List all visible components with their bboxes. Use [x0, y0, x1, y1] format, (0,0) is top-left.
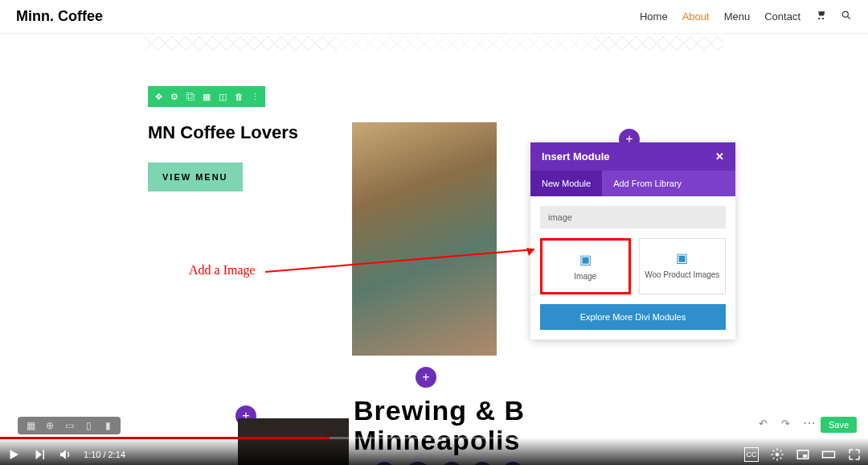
tab-new-module[interactable]: New Module: [530, 171, 602, 196]
main-nav: Home About Menu Contact: [640, 10, 852, 23]
modal-body: image ▣ Image ▣ Woo Product Images Explo…: [530, 196, 735, 339]
video-time: 1:10 / 2:14: [84, 450, 125, 459]
page-heading[interactable]: MN Coffee Lovers: [148, 122, 298, 143]
woo-module-icon: ▣: [645, 250, 721, 265]
module-search-input[interactable]: image: [540, 206, 726, 228]
annotation-arrow: [265, 248, 542, 280]
save-button[interactable]: Save: [821, 417, 857, 433]
modal-title: Insert Module: [542, 150, 610, 163]
site-logo[interactable]: Minn. Coffee: [16, 8, 103, 25]
svg-line-2: [265, 249, 534, 272]
fullscreen-icon[interactable]: [847, 447, 862, 462]
desktop-icon[interactable]: ▭: [63, 420, 76, 431]
modal-header: Insert Module ✕: [530, 142, 735, 171]
more-options-icon[interactable]: ⋯: [800, 415, 818, 433]
svg-line-1: [848, 17, 850, 19]
modal-tabs: New Module Add From Library: [530, 171, 735, 196]
undo-icon[interactable]: ↶: [754, 415, 772, 433]
add-module-button[interactable]: +: [416, 367, 436, 388]
svg-rect-6: [803, 455, 807, 458]
tablet-icon[interactable]: ▯: [82, 420, 95, 431]
redo-icon[interactable]: ↷: [776, 415, 794, 433]
duplicate-icon[interactable]: ⿻: [183, 89, 198, 104]
close-icon[interactable]: ✕: [715, 150, 724, 163]
save-icon[interactable]: ▦: [199, 89, 214, 104]
more-icon[interactable]: ⋮: [248, 89, 262, 104]
cart-icon[interactable]: [815, 10, 826, 23]
explore-modules-button[interactable]: Explore More Divi Modules: [540, 304, 726, 330]
video-controls-bar: 1:10 / 2:14 CC: [0, 438, 868, 465]
nav-contact[interactable]: Contact: [764, 10, 800, 23]
builder-mini-toolbar: ▦ ⊕ ▭ ▯ ▮: [18, 417, 121, 434]
wireframe-icon[interactable]: ▦: [24, 420, 37, 431]
site-header: Minn. Coffee Home About Menu Contact: [0, 0, 868, 34]
zoom-icon[interactable]: ⊕: [43, 420, 56, 431]
captions-icon[interactable]: CC: [744, 447, 759, 462]
module-woo-product-images[interactable]: ▣ Woo Product Images: [639, 238, 727, 294]
svg-point-4: [776, 453, 780, 457]
image-module-icon: ▣: [547, 252, 624, 267]
settings-icon[interactable]: ⚙: [167, 89, 182, 104]
move-icon[interactable]: ✥: [151, 89, 166, 104]
miniplayer-icon[interactable]: [796, 447, 810, 462]
svg-rect-7: [823, 451, 835, 458]
theater-icon[interactable]: [821, 447, 836, 462]
tab-add-from-library[interactable]: Add From Library: [602, 171, 693, 196]
view-menu-button[interactable]: VIEW MENU: [148, 163, 243, 191]
volume-icon[interactable]: [58, 447, 72, 462]
nav-menu[interactable]: Menu: [724, 10, 751, 23]
barista-image[interactable]: [352, 122, 497, 356]
settings-gear-icon[interactable]: [770, 447, 784, 462]
nav-about[interactable]: About: [682, 10, 710, 23]
module-image[interactable]: ▣ Image: [540, 238, 631, 294]
svg-point-0: [842, 11, 848, 17]
search-icon[interactable]: [841, 10, 852, 23]
undo-redo: ↶ ↷: [754, 415, 794, 433]
insert-module-modal: Insert Module ✕ New Module Add From Libr…: [530, 142, 735, 339]
play-icon[interactable]: [6, 447, 21, 462]
delete-icon[interactable]: 🗑: [231, 89, 246, 104]
lock-icon[interactable]: ◫: [215, 89, 230, 104]
nav-home[interactable]: Home: [640, 10, 668, 23]
annotation-label: Add a Image: [189, 263, 256, 278]
mobile-icon[interactable]: ▮: [101, 420, 114, 431]
module-toolbar[interactable]: ✥ ⚙ ⿻ ▦ ◫ 🗑 ⋮: [148, 86, 265, 107]
next-icon[interactable]: [32, 447, 47, 462]
